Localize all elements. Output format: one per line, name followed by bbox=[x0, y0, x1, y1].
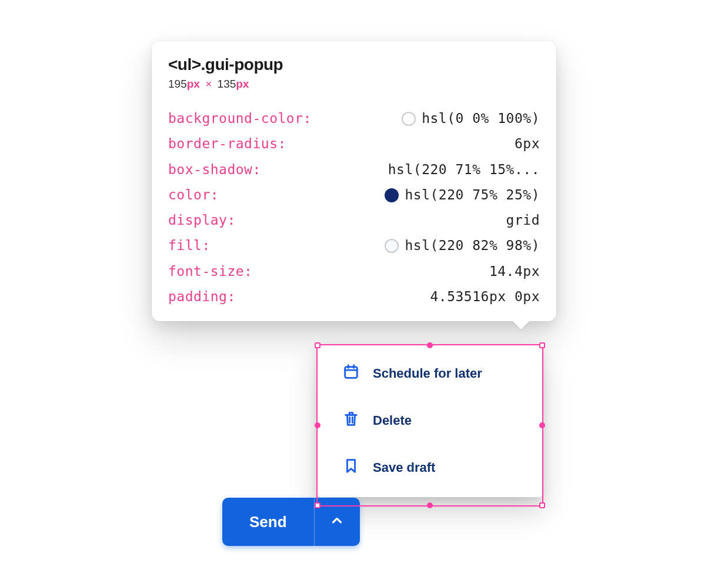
tooltip-property-value-wrap: 4.53516px 0px bbox=[430, 289, 540, 304]
tooltip-style-row: display:grid bbox=[168, 208, 540, 233]
calendar-icon bbox=[342, 363, 360, 384]
tooltip-property-name: padding: bbox=[168, 289, 236, 304]
send-options-toggle[interactable] bbox=[314, 498, 360, 546]
tooltip-property-value-wrap: hsl(220 75% 25%) bbox=[385, 188, 540, 202]
color-swatch-icon bbox=[385, 239, 399, 253]
tooltip-property-name: background-color: bbox=[168, 111, 312, 126]
tooltip-style-row: background-color:hsl(0 0% 100%) bbox=[168, 106, 540, 131]
tooltip-style-row: fill:hsl(220 82% 98%) bbox=[168, 233, 540, 258]
tooltip-style-row: padding:4.53516px 0px bbox=[168, 284, 540, 309]
tooltip-property-name: font-size: bbox=[168, 264, 252, 279]
send-split-button: Send bbox=[222, 498, 360, 546]
tooltip-property-value-wrap: 14.4px bbox=[489, 264, 540, 279]
tooltip-style-row: font-size:14.4px bbox=[168, 259, 540, 284]
tooltip-property-value: hsl(0 0% 100%) bbox=[422, 111, 540, 126]
tooltip-style-row: border-radius:6px bbox=[168, 131, 540, 156]
tooltip-property-name: color: bbox=[168, 188, 219, 202]
send-button[interactable]: Send bbox=[222, 498, 314, 546]
tooltip-property-value: hsl(220 71% 15%... bbox=[388, 162, 540, 177]
tooltip-property-value: 4.53516px 0px bbox=[430, 289, 540, 304]
tooltip-property-value-wrap: hsl(220 71% 15%... bbox=[388, 162, 540, 177]
selection-handle bbox=[427, 502, 433, 508]
popup-item-label: Save draft bbox=[373, 460, 435, 475]
tooltip-property-value: hsl(220 75% 25%) bbox=[405, 188, 540, 202]
tooltip-property-value-wrap: hsl(0 0% 100%) bbox=[402, 111, 540, 126]
tooltip-property-value-wrap: hsl(220 82% 98%) bbox=[385, 238, 540, 253]
tooltip-property-name: box-shadow: bbox=[168, 162, 261, 177]
tooltip-property-name: fill: bbox=[168, 238, 211, 253]
tooltip-selector-class: .gui-popup bbox=[201, 55, 283, 74]
chevron-up-icon bbox=[330, 513, 343, 531]
popup-item-calendar[interactable]: Schedule for later bbox=[316, 350, 543, 397]
tooltip-property-value-wrap: 6px bbox=[515, 136, 540, 151]
tooltip-style-table: background-color:hsl(0 0% 100%)border-ra… bbox=[168, 106, 540, 309]
popup-item-bookmark[interactable]: Save draft bbox=[316, 444, 543, 491]
tooltip-style-row: color:hsl(220 75% 25%) bbox=[168, 182, 540, 208]
send-button-label: Send bbox=[249, 513, 287, 531]
bookmark-icon bbox=[342, 457, 360, 478]
trash-icon bbox=[342, 410, 360, 431]
tooltip-selector-tag: <ul> bbox=[168, 55, 201, 74]
tooltip-property-value: grid bbox=[506, 213, 540, 228]
tooltip-selector: <ul>.gui-popup bbox=[168, 55, 540, 74]
popup-item-label: Delete bbox=[373, 413, 412, 428]
tooltip-height-unit: px bbox=[236, 78, 249, 90]
tooltip-property-name: border-radius: bbox=[168, 136, 286, 151]
tooltip-width-value: 195 bbox=[168, 78, 187, 90]
color-swatch-icon bbox=[385, 188, 399, 202]
color-swatch-icon bbox=[402, 112, 416, 126]
tooltip-property-value: 14.4px bbox=[489, 264, 540, 279]
tooltip-dim-separator: × bbox=[205, 78, 212, 90]
tooltip-dimensions: 195px × 135px bbox=[168, 78, 540, 91]
popup-item-trash[interactable]: Delete bbox=[316, 397, 543, 444]
tooltip-property-value: hsl(220 82% 98%) bbox=[405, 238, 540, 253]
tooltip-style-row: box-shadow:hsl(220 71% 15%... bbox=[168, 157, 540, 182]
svg-rect-0 bbox=[345, 367, 358, 378]
tooltip-height-value: 135 bbox=[218, 78, 236, 90]
tooltip-width-unit: px bbox=[187, 78, 200, 90]
tooltip-property-value-wrap: grid bbox=[506, 213, 540, 228]
tooltip-property-value: 6px bbox=[515, 136, 540, 151]
selection-handle bbox=[539, 502, 545, 508]
context-popup-menu[interactable]: Schedule for laterDeleteSave draft bbox=[316, 344, 543, 497]
tooltip-property-name: display: bbox=[168, 213, 236, 228]
popup-item-label: Schedule for later bbox=[373, 366, 482, 381]
devtools-element-tooltip: <ul>.gui-popup 195px × 135px background-… bbox=[152, 41, 556, 321]
